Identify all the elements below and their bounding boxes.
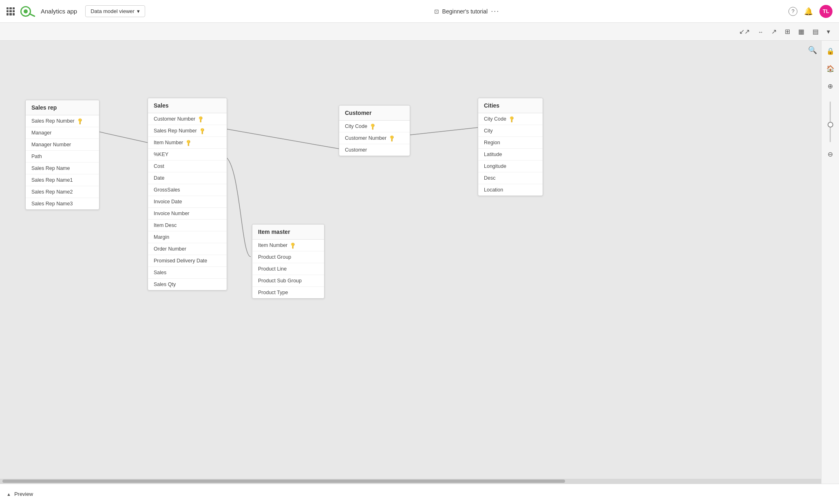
tutorial-title: Beginner's tutorial — [442, 8, 488, 15]
app-title: Analytics app — [41, 8, 77, 15]
sales-rep-table: Sales rep Sales Rep Number 🔑 Manager Man… — [25, 100, 99, 210]
zoom-in-icon: ⊕ — [828, 83, 833, 90]
zoom-out-side-button[interactable]: ⊖ — [826, 149, 835, 160]
svg-line-3 — [95, 131, 148, 143]
layout3-icon: ▤ — [813, 28, 819, 35]
notifications-button[interactable]: 🔔 — [804, 7, 813, 16]
key-icon: 🔑 — [369, 122, 376, 130]
item-master-table-header: Item master — [252, 224, 324, 240]
fit-width-button[interactable]: ↔ — [755, 26, 766, 37]
layout-dropdown-button[interactable]: ▾ — [824, 26, 832, 37]
table-row: Sales Rep Name1 — [26, 174, 99, 186]
table-row: GrossSales — [148, 184, 227, 196]
table-row: Longitude — [478, 161, 543, 172]
key-icon: 🔑 — [289, 241, 297, 249]
table-row: Manager Number — [26, 139, 99, 151]
layout-view-1-button[interactable]: ⊞ — [782, 26, 793, 37]
layout-view-3-button[interactable]: ▤ — [810, 26, 821, 37]
home-button[interactable]: 🏠 — [825, 63, 836, 74]
scrollbar-thumb[interactable] — [2, 480, 565, 483]
table-row: Latitude — [478, 149, 543, 161]
table-row: Invoice Date — [148, 196, 227, 208]
expand-icon: ↗ — [771, 28, 777, 35]
table-row: Sales Rep Number 🔑 — [148, 125, 227, 137]
help-icon: ? — [788, 7, 797, 16]
svg-point-1 — [24, 9, 28, 13]
key-icon: 🔑 — [198, 127, 206, 134]
customer-table-header: Customer — [339, 106, 410, 121]
table-row: Customer Number 🔑 — [339, 132, 410, 144]
canvas-area[interactable]: Sales rep Sales Rep Number 🔑 Manager Man… — [0, 41, 839, 484]
key-icon: 🔑 — [197, 115, 205, 123]
preview-arrow-icon: ▲ — [7, 492, 11, 497]
toolbar: ↙↗ ↔ ↗ ⊞ ▦ ▤ ▾ — [0, 23, 839, 41]
zoom-out-icon: ⊖ — [828, 151, 833, 158]
table-row: Margin — [148, 231, 227, 243]
table-row: Order Number — [148, 243, 227, 255]
help-button[interactable]: ? — [788, 7, 797, 16]
table-row: Product Group — [252, 251, 324, 263]
key-icon: 🔑 — [508, 115, 515, 123]
table-row: Sales Rep Number 🔑 — [26, 115, 99, 127]
key-icon: 🔑 — [388, 134, 396, 142]
zoom-in-button[interactable]: ↗ — [769, 26, 779, 37]
zoom-thumb[interactable] — [828, 122, 833, 128]
fit-to-window-button[interactable]: ↙↗ — [737, 26, 752, 37]
zoom-in-side-button[interactable]: ⊕ — [826, 81, 835, 92]
table-row: Customer Number 🔑 — [148, 113, 227, 125]
key-icon: 🔑 — [185, 139, 192, 146]
side-panel: 🔒 🏠 ⊕ ⊖ — [821, 41, 839, 484]
sales-rep-table-header: Sales rep — [26, 100, 99, 115]
chevron-down-icon: ▾ — [137, 8, 140, 14]
table-row: Desc — [478, 172, 543, 184]
tutorial-icon: ⊡ — [434, 8, 439, 15]
layout1-icon: ⊞ — [785, 28, 790, 35]
topbar-center: ⊡ Beginner's tutorial ··· — [150, 7, 784, 15]
apps-menu-button[interactable] — [7, 7, 15, 15]
connections-svg — [0, 41, 839, 484]
sales-table: Sales Customer Number 🔑 Sales Rep Number… — [148, 98, 227, 291]
table-row: Promised Delivery Date — [148, 255, 227, 267]
table-row: Product Line — [252, 263, 324, 275]
table-row: Product Sub Group — [252, 275, 324, 287]
horizontal-scrollbar[interactable] — [0, 479, 821, 484]
table-row: Customer — [339, 144, 410, 156]
table-row: City Code 🔑 — [339, 121, 410, 132]
zoom-track[interactable] — [830, 101, 831, 142]
preview-bar[interactable]: ▲ Preview — [0, 484, 839, 504]
lock-button[interactable]: 🔒 — [825, 46, 836, 57]
layout-view-2-button[interactable]: ▦ — [796, 26, 807, 37]
topbar: Analytics app Data model viewer ▾ ⊡ Begi… — [0, 0, 839, 23]
item-master-table: Item master Item Number 🔑 Product Group … — [252, 224, 325, 299]
table-row: Invoice Number — [148, 208, 227, 220]
table-row: Item Number 🔑 — [148, 137, 227, 149]
table-row: City Code 🔑 — [478, 113, 543, 125]
cities-table: Cities City Code 🔑 City Region Latitude … — [478, 98, 543, 196]
table-row: City — [478, 125, 543, 137]
table-row: Product Type — [252, 287, 324, 298]
avatar[interactable]: TL — [819, 5, 832, 18]
table-row: Date — [148, 172, 227, 184]
preview-label: Preview — [14, 491, 33, 497]
zoom-slider-container — [830, 101, 831, 142]
table-row: Sales — [148, 267, 227, 279]
table-row: Sales Rep Name3 — [26, 198, 99, 209]
dropdown-arrow-icon: ▾ — [827, 28, 830, 35]
svg-line-2 — [29, 13, 35, 16]
canvas-search-button[interactable]: 🔍 — [808, 46, 817, 55]
fit-window-icon: ↙↗ — [739, 28, 750, 35]
table-row: Manager — [26, 127, 99, 139]
table-row: %KEY — [148, 149, 227, 161]
cities-table-header: Cities — [478, 98, 543, 113]
bell-icon: 🔔 — [804, 7, 813, 16]
fit-width-icon: ↔ — [758, 29, 763, 35]
customer-table: Customer City Code 🔑 Customer Number 🔑 C… — [339, 105, 410, 156]
table-row: Path — [26, 151, 99, 163]
table-row: Sales Rep Name2 — [26, 186, 99, 198]
data-model-viewer-dropdown[interactable]: Data model viewer ▾ — [85, 5, 145, 17]
topbar-left: Analytics app Data model viewer ▾ — [7, 5, 145, 17]
layout2-icon: ▦ — [798, 28, 804, 35]
table-row: Sales Rep Name — [26, 163, 99, 174]
more-options-button[interactable]: ··· — [491, 7, 499, 15]
grid-icon — [7, 7, 15, 15]
